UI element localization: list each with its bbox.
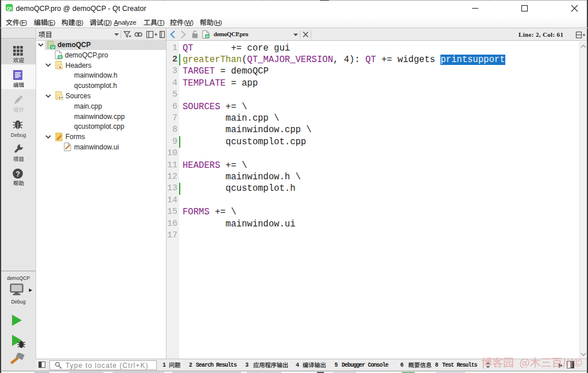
svg-text:Qt: Qt [206,34,209,38]
svg-text:Qt: Qt [59,55,62,59]
svg-text:Qt: Qt [51,45,55,49]
svg-text:h: h [59,65,61,70]
svg-text:Qt: Qt [7,6,12,11]
svg-text:?: ? [16,170,21,178]
